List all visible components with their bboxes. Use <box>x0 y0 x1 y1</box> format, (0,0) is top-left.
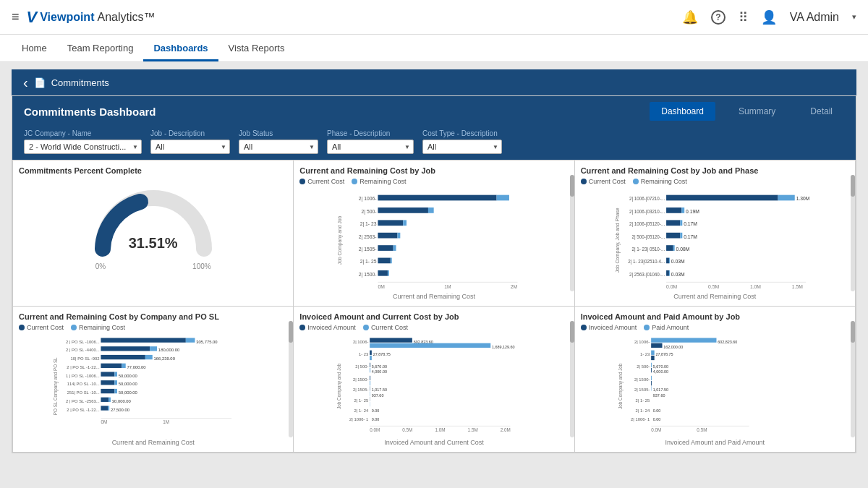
svg-rect-82 <box>101 380 114 385</box>
chart1-axis-label: Current and Remaining Cost <box>299 293 568 300</box>
svg-rect-67 <box>150 346 157 351</box>
chart1-scroll-thumb <box>570 175 574 197</box>
chart4-svg: Job Company and Job 2| 1006- 602,823.60 … <box>299 334 568 435</box>
svg-text:Job Company and Job: Job Company and Job <box>618 363 624 409</box>
filter-job-select[interactable]: All <box>150 140 230 154</box>
svg-rect-28 <box>666 195 778 201</box>
legend-label-remaining-1: Remaining Cost <box>359 178 406 185</box>
filter-phase-select[interactable]: All <box>327 140 414 154</box>
svg-text:50,000.00: 50,000.00 <box>119 382 138 386</box>
svg-text:2| 1500-: 2| 1500- <box>353 377 368 382</box>
nav-team-reporting[interactable]: Team Reporting <box>57 37 144 61</box>
hamburger-icon[interactable]: ≡ <box>12 9 20 25</box>
svg-text:2| 1500-: 2| 1500- <box>359 272 377 278</box>
legend-current-cost-3: Current Cost <box>19 324 64 331</box>
svg-text:1 | PO SL -1006...: 1 | PO SL -1006... <box>66 374 100 378</box>
svg-rect-153 <box>651 381 652 385</box>
filter-cost-type-select[interactable]: All <box>422 140 502 154</box>
chart4-panel: Invoiced Amount and Current Cost by Job … <box>294 307 574 452</box>
filter-cost-type-wrap: All <box>422 140 502 154</box>
breadcrumb-back-icon[interactable]: ‹ <box>23 75 28 90</box>
svg-text:2| 500-: 2| 500- <box>362 209 377 215</box>
legend-dot-current-2 <box>581 179 587 184</box>
breadcrumb-doc-icon: 📄 <box>34 77 46 88</box>
svg-text:2| 2563-|01040-...: 2| 2563-|01040-... <box>629 272 665 278</box>
svg-text:2 | PO SL -4400...: 2 | PO SL -4400... <box>66 348 100 352</box>
svg-rect-53 <box>669 270 670 276</box>
chart3-scroll[interactable] <box>289 321 293 437</box>
svg-text:2| 500-|05120-...: 2| 500-|05120-... <box>631 234 665 240</box>
svg-text:0.5M: 0.5M <box>697 427 707 432</box>
nav-home[interactable]: Home <box>12 37 57 61</box>
svg-text:27,878.75: 27,878.75 <box>373 352 391 356</box>
svg-rect-75 <box>122 364 125 368</box>
dashboard-container: Commitments Dashboard Dashboard Summary … <box>12 95 856 453</box>
svg-text:1- 23: 1- 23 <box>359 352 368 356</box>
logo: V Viewpoint Analytics™ <box>27 8 156 27</box>
svg-rect-37 <box>680 220 682 226</box>
legend-dot-invoiced-5 <box>581 325 587 330</box>
chart5-scroll[interactable] <box>851 321 855 437</box>
svg-text:0.00: 0.00 <box>372 417 380 421</box>
svg-rect-63 <box>186 338 195 342</box>
svg-text:2| 1- 25: 2| 1- 25 <box>635 398 650 403</box>
nav-dashboards[interactable]: Dashboards <box>143 37 218 61</box>
svg-text:4,000.00: 4,000.00 <box>372 369 387 374</box>
legend-label-current-1: Current Cost <box>307 178 344 185</box>
svg-text:1.0M: 1.0M <box>435 427 446 432</box>
svg-rect-145 <box>651 356 655 360</box>
filter-jc-company-label: JC Company - Name <box>24 129 142 137</box>
filter-job-status-select[interactable]: All <box>239 140 318 154</box>
svg-text:0.00: 0.00 <box>372 408 380 413</box>
legend-current-cost-2: Current Cost <box>581 178 626 185</box>
svg-rect-102 <box>370 338 412 342</box>
svg-text:2| 1006- 1: 2| 1006- 1 <box>631 417 650 421</box>
svg-text:2 | PO SL -1006...: 2 | PO SL -1006... <box>66 340 100 344</box>
svg-text:0.03M: 0.03M <box>671 272 685 277</box>
breadcrumb-bar: ‹ 📄 Commitments <box>12 69 856 95</box>
filter-jc-company-select[interactable]: 2 - World Wide Constructi... <box>24 140 142 154</box>
svg-rect-78 <box>101 372 114 376</box>
svg-text:937.60: 937.60 <box>372 393 384 398</box>
svg-text:0.0M: 0.0M <box>370 427 380 432</box>
svg-rect-71 <box>145 355 153 359</box>
tab-dashboard[interactable]: Dashboard <box>650 102 715 121</box>
gauge-max-label: 100% <box>192 262 211 270</box>
chart2-scroll[interactable] <box>851 175 855 291</box>
filter-jc-company: JC Company - Name 2 - World Wide Constru… <box>24 129 142 154</box>
svg-text:2| 1505-: 2| 1505- <box>353 388 368 392</box>
svg-text:162,000.00: 162,000.00 <box>663 345 683 349</box>
chart2-scroll-thumb <box>851 175 855 197</box>
nav-vista-reports[interactable]: Vista Reports <box>218 37 295 61</box>
filter-job-status: Job Status All <box>239 129 318 154</box>
legend-label-remaining-2: Remaining Cost <box>641 178 687 185</box>
svg-rect-70 <box>101 355 145 359</box>
svg-rect-94 <box>101 406 108 410</box>
filter-cost-type-label: Cost Type - Description <box>422 129 502 137</box>
svg-text:602,823.60: 602,823.60 <box>718 340 737 344</box>
filter-phase-label: Phase - Description <box>327 129 414 137</box>
svg-rect-117 <box>370 381 370 385</box>
svg-text:0.17M: 0.17M <box>684 221 697 226</box>
bell-icon[interactable]: 🔔 <box>682 9 698 25</box>
apps-grid-icon[interactable]: ⠿ <box>739 9 748 25</box>
chart4-scroll-thumb <box>570 321 574 343</box>
user-chevron-icon[interactable]: ▾ <box>852 12 856 22</box>
legend-dot-remaining-1 <box>352 179 357 184</box>
svg-rect-5 <box>378 207 429 213</box>
chart4-scroll[interactable] <box>570 321 574 437</box>
chart1-title: Current and Remaining Cost by Job <box>299 166 568 175</box>
tab-detail[interactable]: Detail <box>799 102 844 121</box>
svg-rect-79 <box>114 372 117 376</box>
legend-remaining-cost-3: Remaining Cost <box>71 324 125 331</box>
svg-rect-116 <box>370 376 370 380</box>
svg-rect-62 <box>101 338 185 342</box>
filter-job-status-label: Job Status <box>239 129 318 137</box>
svg-text:1- 23: 1- 23 <box>640 352 650 356</box>
svg-text:0.0M: 0.0M <box>651 427 661 432</box>
tab-summary[interactable]: Summary <box>727 102 787 121</box>
chart5-panel: Invoiced Amount and Paid Amount by Job I… <box>575 307 855 452</box>
svg-text:2| 1- 25: 2| 1- 25 <box>354 398 370 403</box>
help-icon[interactable]: ? <box>711 10 726 25</box>
chart1-scroll[interactable] <box>570 175 574 291</box>
